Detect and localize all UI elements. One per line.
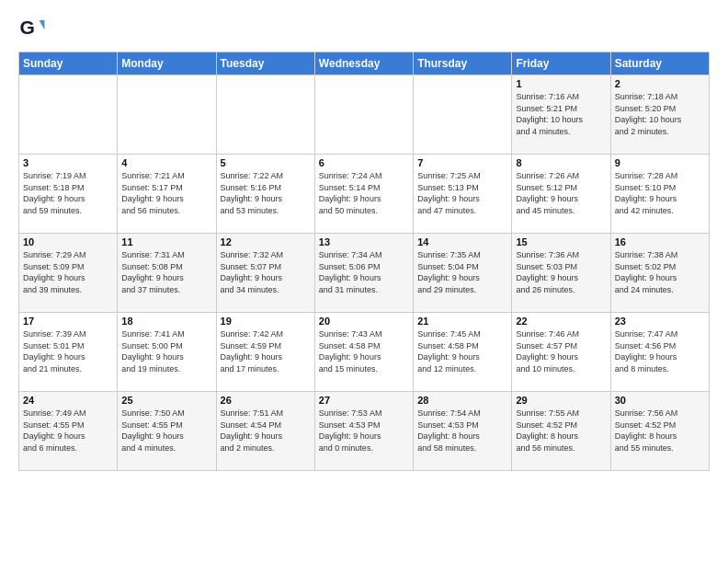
day-number: 14	[417, 236, 507, 247]
calendar-cell: 15Sunrise: 7:36 AM Sunset: 5:03 PM Dayli…	[512, 234, 610, 313]
weekday-header-tuesday: Tuesday	[216, 52, 314, 75]
weekday-header-thursday: Thursday	[414, 52, 512, 75]
day-info: Sunrise: 7:47 AM Sunset: 4:56 PM Dayligh…	[615, 328, 705, 374]
day-number: 4	[121, 157, 211, 168]
day-number: 26	[221, 395, 311, 406]
weekday-header-saturday: Saturday	[610, 52, 709, 75]
day-info: Sunrise: 7:32 AM Sunset: 5:07 PM Dayligh…	[221, 249, 311, 295]
day-info: Sunrise: 7:54 AM Sunset: 4:53 PM Dayligh…	[417, 408, 507, 454]
day-info: Sunrise: 7:24 AM Sunset: 5:14 PM Dayligh…	[319, 170, 409, 216]
weekday-header-wednesday: Wednesday	[314, 52, 413, 75]
calendar-cell: 12Sunrise: 7:32 AM Sunset: 5:07 PM Dayli…	[216, 234, 314, 313]
day-number: 29	[516, 395, 606, 406]
day-number: 10	[23, 236, 113, 247]
svg-marker-1	[40, 20, 45, 30]
day-number: 18	[121, 316, 211, 327]
day-info: Sunrise: 7:26 AM Sunset: 5:12 PM Dayligh…	[516, 170, 606, 216]
calendar-cell: 25Sunrise: 7:50 AM Sunset: 4:55 PM Dayli…	[118, 392, 216, 471]
calendar-cell: 23Sunrise: 7:47 AM Sunset: 4:56 PM Dayli…	[610, 313, 709, 392]
day-number: 23	[615, 316, 705, 327]
day-info: Sunrise: 7:41 AM Sunset: 5:00 PM Dayligh…	[121, 328, 211, 374]
calendar-cell: 9Sunrise: 7:28 AM Sunset: 5:10 PM Daylig…	[610, 155, 709, 234]
calendar-cell: 2Sunrise: 7:18 AM Sunset: 5:20 PM Daylig…	[610, 75, 709, 155]
calendar-cell: 21Sunrise: 7:45 AM Sunset: 4:58 PM Dayli…	[414, 313, 512, 392]
day-number: 7	[417, 157, 507, 168]
day-number: 27	[319, 395, 409, 406]
calendar-cell	[19, 75, 118, 155]
header: G	[18, 15, 710, 42]
logo-icon: G	[18, 15, 46, 42]
day-info: Sunrise: 7:28 AM Sunset: 5:10 PM Dayligh…	[615, 170, 705, 216]
day-info: Sunrise: 7:35 AM Sunset: 5:04 PM Dayligh…	[417, 249, 507, 295]
week-row-3: 17Sunrise: 7:39 AM Sunset: 5:01 PM Dayli…	[19, 313, 710, 392]
day-info: Sunrise: 7:25 AM Sunset: 5:13 PM Dayligh…	[417, 170, 507, 216]
weekday-header-row: SundayMondayTuesdayWednesdayThursdayFrid…	[19, 52, 710, 75]
day-info: Sunrise: 7:34 AM Sunset: 5:06 PM Dayligh…	[319, 249, 409, 295]
day-info: Sunrise: 7:21 AM Sunset: 5:17 PM Dayligh…	[121, 170, 211, 216]
calendar-cell: 11Sunrise: 7:31 AM Sunset: 5:08 PM Dayli…	[118, 234, 216, 313]
day-info: Sunrise: 7:39 AM Sunset: 5:01 PM Dayligh…	[23, 328, 113, 374]
day-info: Sunrise: 7:42 AM Sunset: 4:59 PM Dayligh…	[221, 328, 311, 374]
calendar-cell: 22Sunrise: 7:46 AM Sunset: 4:57 PM Dayli…	[512, 313, 610, 392]
week-row-0: 1Sunrise: 7:16 AM Sunset: 5:21 PM Daylig…	[19, 75, 710, 155]
calendar-header: SundayMondayTuesdayWednesdayThursdayFrid…	[19, 52, 710, 75]
day-number: 15	[516, 236, 606, 247]
day-info: Sunrise: 7:49 AM Sunset: 4:55 PM Dayligh…	[23, 408, 113, 454]
page: G SundayMondayTuesdayWednesdayThursdayFr…	[0, 0, 728, 563]
calendar-cell: 24Sunrise: 7:49 AM Sunset: 4:55 PM Dayli…	[19, 392, 118, 471]
day-number: 17	[23, 316, 113, 327]
day-number: 22	[516, 316, 606, 327]
calendar-cell	[118, 75, 216, 155]
day-number: 1	[516, 78, 606, 89]
calendar-cell: 8Sunrise: 7:26 AM Sunset: 5:12 PM Daylig…	[512, 155, 610, 234]
calendar-cell: 7Sunrise: 7:25 AM Sunset: 5:13 PM Daylig…	[414, 155, 512, 234]
day-number: 11	[121, 236, 211, 247]
day-info: Sunrise: 7:45 AM Sunset: 4:58 PM Dayligh…	[417, 328, 507, 374]
day-info: Sunrise: 7:36 AM Sunset: 5:03 PM Dayligh…	[516, 249, 606, 295]
calendar-cell: 28Sunrise: 7:54 AM Sunset: 4:53 PM Dayli…	[414, 392, 512, 471]
svg-text:G: G	[20, 17, 35, 38]
day-number: 8	[516, 157, 606, 168]
calendar-cell: 20Sunrise: 7:43 AM Sunset: 4:58 PM Dayli…	[314, 313, 413, 392]
day-number: 13	[319, 236, 409, 247]
day-number: 25	[121, 395, 211, 406]
day-info: Sunrise: 7:53 AM Sunset: 4:53 PM Dayligh…	[319, 408, 409, 454]
calendar-cell: 26Sunrise: 7:51 AM Sunset: 4:54 PM Dayli…	[216, 392, 314, 471]
day-number: 12	[221, 236, 311, 247]
day-number: 9	[615, 157, 705, 168]
calendar-cell	[414, 75, 512, 155]
calendar-cell: 29Sunrise: 7:55 AM Sunset: 4:52 PM Dayli…	[512, 392, 610, 471]
week-row-4: 24Sunrise: 7:49 AM Sunset: 4:55 PM Dayli…	[19, 392, 710, 471]
calendar-cell: 17Sunrise: 7:39 AM Sunset: 5:01 PM Dayli…	[19, 313, 118, 392]
calendar-cell	[314, 75, 413, 155]
calendar-cell: 14Sunrise: 7:35 AM Sunset: 5:04 PM Dayli…	[414, 234, 512, 313]
day-info: Sunrise: 7:31 AM Sunset: 5:08 PM Dayligh…	[121, 249, 211, 295]
calendar-cell: 30Sunrise: 7:56 AM Sunset: 4:52 PM Dayli…	[610, 392, 709, 471]
weekday-header-monday: Monday	[118, 52, 216, 75]
day-info: Sunrise: 7:50 AM Sunset: 4:55 PM Dayligh…	[121, 408, 211, 454]
calendar-cell	[216, 75, 314, 155]
day-number: 5	[221, 157, 311, 168]
day-info: Sunrise: 7:18 AM Sunset: 5:20 PM Dayligh…	[615, 91, 705, 137]
day-info: Sunrise: 7:29 AM Sunset: 5:09 PM Dayligh…	[23, 249, 113, 295]
day-number: 16	[615, 236, 705, 247]
calendar-cell: 1Sunrise: 7:16 AM Sunset: 5:21 PM Daylig…	[512, 75, 610, 155]
calendar: SundayMondayTuesdayWednesdayThursdayFrid…	[18, 52, 710, 471]
calendar-cell: 13Sunrise: 7:34 AM Sunset: 5:06 PM Dayli…	[314, 234, 413, 313]
day-number: 3	[23, 157, 113, 168]
day-number: 21	[417, 316, 507, 327]
calendar-cell: 10Sunrise: 7:29 AM Sunset: 5:09 PM Dayli…	[19, 234, 118, 313]
calendar-cell: 5Sunrise: 7:22 AM Sunset: 5:16 PM Daylig…	[216, 155, 314, 234]
calendar-cell: 4Sunrise: 7:21 AM Sunset: 5:17 PM Daylig…	[118, 155, 216, 234]
week-row-2: 10Sunrise: 7:29 AM Sunset: 5:09 PM Dayli…	[19, 234, 710, 313]
day-info: Sunrise: 7:46 AM Sunset: 4:57 PM Dayligh…	[516, 328, 606, 374]
calendar-cell: 27Sunrise: 7:53 AM Sunset: 4:53 PM Dayli…	[314, 392, 413, 471]
calendar-cell: 19Sunrise: 7:42 AM Sunset: 4:59 PM Dayli…	[216, 313, 314, 392]
day-number: 20	[319, 316, 409, 327]
day-number: 30	[615, 395, 705, 406]
logo: G	[18, 15, 50, 42]
day-info: Sunrise: 7:51 AM Sunset: 4:54 PM Dayligh…	[221, 408, 311, 454]
day-number: 24	[23, 395, 113, 406]
day-info: Sunrise: 7:38 AM Sunset: 5:02 PM Dayligh…	[615, 249, 705, 295]
day-number: 19	[221, 316, 311, 327]
